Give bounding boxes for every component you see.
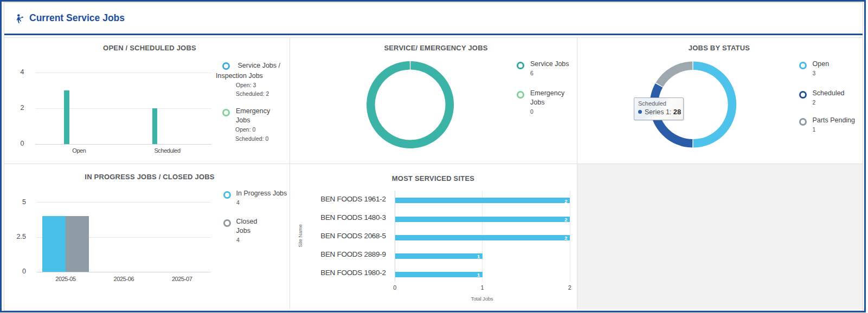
site-label: BEN FOODS 2889-9 — [290, 250, 386, 258]
panel-service-emergency-jobs: SERVICE/ EMERGENCY JOBS Service Jobs 6 E… — [290, 38, 577, 164]
site-label: BEN FOODS 1961-2 — [290, 195, 386, 203]
donut-slice-parts-pending[interactable] — [656, 62, 693, 87]
x-category-label: 2025-07 — [158, 276, 207, 282]
gridline-y-0 — [36, 272, 211, 272]
chart-title: IN PROGRESS JOBS / CLOSED JOBS — [7, 173, 292, 181]
dashboard-content-box: Current Service Jobs OPEN / SCHEDULED JO… — [4, 2, 863, 311]
legend-value: 4 — [223, 236, 288, 245]
legend-ring-icon — [517, 62, 524, 69]
legend-label: Emergency Jobs — [530, 89, 576, 107]
legend-item-scheduled[interactable]: Scheduled 2 — [799, 89, 863, 107]
gridline-y-2 — [35, 108, 212, 109]
y-tick-label: 0 — [5, 140, 24, 147]
legend-label: Open — [813, 60, 863, 69]
legend-ring-icon — [222, 62, 230, 70]
tooltip-row: Series 1: 28 — [638, 107, 683, 117]
x-category-label: Scheduled — [143, 147, 192, 154]
tooltip-series-label: Series 1: — [645, 108, 671, 116]
gridline-y-4 — [35, 73, 212, 73]
site-label: BEN FOODS 1980-2 — [290, 269, 386, 277]
legend-value: 4 — [223, 198, 288, 207]
bar-in-progress-jobs-2025-05[interactable] — [42, 216, 66, 272]
site-label: BEN FOODS 2068-5 — [290, 232, 386, 240]
donut-slice-service-jobs[interactable] — [367, 61, 454, 148]
legend-item-service-jobs[interactable]: Service Jobs 6 — [517, 60, 576, 78]
bar-ben-foods-1961-2[interactable] — [395, 198, 570, 203]
current-service-jobs-window: Current Service Jobs OPEN / SCHEDULED JO… — [0, 0, 866, 312]
tooltip-title: Scheduled — [638, 100, 683, 107]
bar-service-jobs-inspection-jobs-open[interactable] — [64, 90, 69, 144]
tooltip-value: 28 — [673, 108, 681, 116]
bar-closed-jobs-2025-05[interactable] — [66, 216, 89, 272]
legend-ring-icon — [223, 191, 231, 199]
panel-in-progress-closed-jobs: IN PROGRESS JOBS / CLOSED JOBS 02.552025… — [4, 164, 290, 309]
legend-value: 0 — [517, 107, 576, 116]
x-category-label: Open — [55, 147, 104, 154]
legend-item-parts-pending[interactable]: Parts Pending 1 — [799, 116, 863, 134]
legend-detail: Open: 3 — [216, 81, 284, 90]
legend-label: In Progress Jobs — [236, 189, 295, 198]
y-tick-label: 0 — [7, 268, 26, 275]
bar-service-jobs-inspection-jobs-scheduled[interactable] — [152, 108, 158, 144]
legend-value: 1 — [799, 125, 863, 134]
legend-value: 3 — [799, 69, 863, 78]
legend-label: Scheduled — [813, 89, 863, 98]
legend-detail: Open: 0 — [222, 125, 286, 134]
legend-item-emergency-jobs[interactable]: Emergency Jobs 0 — [517, 89, 576, 116]
legend-label: Parts Pending — [813, 116, 863, 125]
bar-ben-foods-1980-2[interactable] — [395, 272, 483, 277]
panel-jobs-by-status: JOBS BY STATUS Scheduled Series 1: 28 Op… — [577, 38, 863, 164]
y-tick-label: 5 — [7, 198, 26, 206]
bar-ben-foods-1480-3[interactable] — [395, 217, 570, 222]
legend-ring-icon — [223, 219, 231, 227]
chart-title: MOST SERVICED SITES — [290, 174, 577, 182]
donut-slice-open[interactable] — [693, 62, 737, 148]
bar-value-label: 1 — [475, 253, 480, 259]
bar-value-label: 2 — [563, 217, 568, 223]
bar-ben-foods-2889-9[interactable] — [395, 253, 483, 259]
panel-open-scheduled-jobs: OPEN / SCHEDULED JOBS 024OpenScheduled S… — [4, 38, 290, 164]
gridline-y-0 — [35, 144, 212, 145]
empty-panel-cell — [577, 164, 863, 309]
legend-item-service-inspection-jobs[interactable]: Service Jobs / Inspection Jobs Open: 3 S… — [216, 60, 284, 99]
legend-value: 6 — [517, 69, 576, 78]
window-header: Current Service Jobs — [4, 3, 863, 35]
legend-value: 2 — [799, 98, 863, 107]
x-category-label: 2025-05 — [41, 276, 90, 282]
legend-ring-icon — [799, 62, 807, 69]
y-axis-title: Site Name — [297, 221, 303, 250]
legend-item-emergency-jobs[interactable]: Emergency Jobs Open: 0 Scheduled: 0 — [222, 107, 286, 144]
chart-title: OPEN / SCHEDULED JOBS — [7, 44, 292, 52]
legend-item-in-progress-jobs[interactable]: In Progress Jobs 4 — [223, 189, 288, 207]
legend-ring-icon — [799, 91, 807, 99]
site-label: BEN FOODS 1480-3 — [290, 213, 386, 221]
legend-ring-icon — [799, 118, 807, 126]
gridline-y-5 — [36, 202, 211, 203]
x-tick-label: 1 — [474, 284, 490, 291]
legend-label: Emergency Jobs — [236, 107, 275, 125]
legend-ring-icon — [517, 91, 524, 99]
x-axis-title: Total Jobs — [455, 296, 509, 302]
bar-value-label: 1 — [475, 272, 480, 278]
legend-detail: Scheduled: 0 — [222, 134, 286, 144]
chart-tooltip: Scheduled Series 1: 28 — [634, 97, 684, 120]
legend-label: Service Jobs — [530, 60, 576, 69]
legend-item-closed-jobs[interactable]: Closed Jobs 4 — [223, 217, 288, 245]
y-tick-label: 2 — [5, 104, 24, 112]
x-tick-label: 2 — [562, 284, 578, 291]
y-tick-label: 4 — [5, 68, 24, 76]
y-tick-label: 2.5 — [7, 233, 26, 240]
tooltip-series-dot-icon — [638, 110, 642, 114]
dashboard-grid: OPEN / SCHEDULED JOBS 024OpenScheduled S… — [4, 37, 863, 309]
x-category-label: 2025-06 — [99, 276, 148, 282]
bar-value-label: 2 — [563, 198, 568, 204]
legend-detail: Scheduled: 2 — [216, 89, 284, 99]
bar-value-label: 2 — [563, 235, 568, 241]
panel-most-serviced-sites: MOST SERVICED SITES 012BEN FOODS 1961-22… — [290, 164, 577, 309]
legend-ring-icon — [222, 109, 230, 116]
legend-item-open[interactable]: Open 3 — [799, 60, 863, 78]
x-tick-label: 0 — [387, 284, 403, 291]
page-title: Current Service Jobs — [29, 12, 125, 24]
bar-ben-foods-2068-5[interactable] — [395, 235, 570, 240]
legend-label: Closed Jobs — [236, 217, 268, 236]
